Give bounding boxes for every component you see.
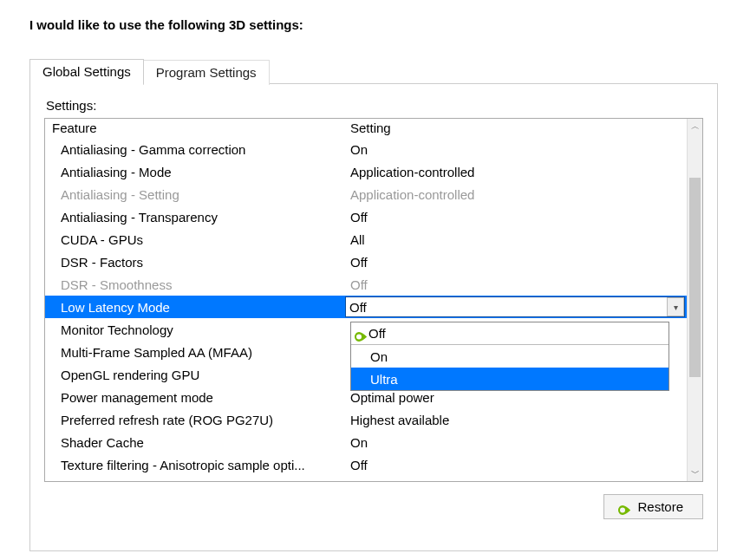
column-headers: Feature Setting [45, 119, 687, 138]
grid-body: Feature Setting Antialiasing - Gamma cor… [45, 119, 687, 481]
setting-row[interactable]: Antialiasing - Mode Application-controll… [45, 160, 687, 183]
feature-cell: CUDA - GPUs [61, 232, 350, 247]
settings-panel: Global Settings Program Settings Setting… [29, 58, 718, 551]
chevron-down-icon: ▾ [674, 303, 678, 312]
setting-row[interactable]: Texture filtering - Negative LOD bias Al… [45, 476, 687, 481]
setting-dropdown-open[interactable]: Off ▾ [345, 296, 685, 317]
dropdown-option-label: Ultra [370, 372, 398, 387]
feature-cell: Power management mode [61, 390, 350, 405]
dropdown-option-label: On [370, 349, 388, 364]
scroll-down-button[interactable]: ﹀ [688, 466, 702, 481]
setting-cell: Optimal power [350, 390, 687, 405]
settings-grid: Feature Setting Antialiasing - Gamma cor… [44, 118, 703, 482]
dropdown-list[interactable]: Off On Ultra [350, 322, 669, 391]
settings-label: Settings: [46, 98, 703, 113]
nvidia-icon [618, 503, 630, 512]
scrollbar-vertical[interactable]: ︿ ﹀ [687, 119, 702, 481]
page-heading: I would like to use the following 3D set… [0, 0, 737, 32]
restore-button[interactable]: Restore [603, 494, 703, 519]
nvidia-icon [355, 329, 367, 339]
setting-row: Antialiasing - Setting Application-contr… [45, 183, 687, 205]
setting-cell: Off [350, 458, 687, 472]
scroll-up-button[interactable]: ︿ [688, 119, 702, 134]
setting-row[interactable]: Texture filtering - Anisotropic sample o… [45, 453, 687, 476]
tab-program-settings[interactable]: Program Settings [143, 60, 270, 85]
setting-value: Off [346, 300, 667, 315]
setting-cell: Highest available [350, 413, 687, 427]
restore-area: Restore [44, 494, 703, 519]
grid-rows: Antialiasing - Gamma correction On Antia… [45, 138, 687, 481]
feature-cell: Multi-Frame Sampled AA (MFAA) [61, 345, 350, 360]
setting-row: DSR - Smoothness Off [45, 273, 687, 296]
feature-cell: Antialiasing - Transparency [61, 210, 350, 225]
feature-cell: Low Latency Mode [61, 300, 350, 315]
dropdown-option[interactable]: Off [351, 322, 669, 345]
setting-cell: Allow [350, 480, 687, 482]
setting-row[interactable]: Antialiasing - Gamma correction On [45, 138, 687, 160]
setting-row[interactable]: DSR - Factors Off [45, 251, 687, 273]
dropdown-option[interactable]: On [351, 345, 669, 368]
tab-content: Settings: Feature Setting Antialiasing -… [29, 83, 718, 551]
setting-cell: Application-controlled [350, 165, 687, 179]
setting-cell: Off [350, 255, 687, 270]
tab-global-settings[interactable]: Global Settings [29, 59, 144, 84]
setting-row[interactable]: Antialiasing - Transparency Off [45, 205, 687, 228]
feature-cell: DSR - Factors [61, 255, 350, 270]
feature-cell: OpenGL rendering GPU [61, 368, 350, 382]
chevron-down-icon: ﹀ [691, 467, 700, 479]
setting-cell: All [350, 232, 687, 247]
feature-cell: Monitor Technology [61, 322, 350, 337]
chevron-up-icon: ︿ [691, 120, 700, 133]
setting-row-selected[interactable]: Low Latency Mode Off ▾ [45, 296, 687, 318]
dropdown-option-label: Off [368, 326, 386, 341]
feature-cell: DSR - Smoothness [61, 277, 350, 292]
setting-cell: Off [350, 277, 687, 292]
feature-cell: Antialiasing - Mode [61, 165, 350, 179]
feature-cell: Shader Cache [61, 435, 350, 450]
setting-cell: Off [350, 210, 687, 225]
feature-cell: Antialiasing - Setting [61, 187, 350, 202]
tab-strip: Global Settings Program Settings [29, 58, 718, 83]
feature-cell: Texture filtering - Anisotropic sample o… [61, 458, 350, 472]
column-header-setting[interactable]: Setting [350, 120, 687, 135]
dropdown-button[interactable]: ▾ [667, 297, 684, 316]
setting-row[interactable]: CUDA - GPUs All [45, 228, 687, 251]
feature-cell: Antialiasing - Gamma correction [61, 142, 350, 157]
feature-cell: Preferred refresh rate (ROG PG27U) [61, 413, 350, 427]
setting-row[interactable]: Shader Cache On [45, 431, 687, 453]
setting-cell: On [350, 435, 687, 450]
feature-cell: Texture filtering - Negative LOD bias [61, 480, 350, 482]
scrollbar-thumb[interactable] [689, 178, 701, 377]
setting-cell: Application-controlled [350, 187, 687, 202]
scrollbar-track[interactable] [688, 134, 702, 466]
setting-row[interactable]: Preferred refresh rate (ROG PG27U) Highe… [45, 408, 687, 431]
dropdown-option[interactable]: Ultra [351, 368, 669, 390]
setting-cell: On [350, 142, 687, 157]
column-header-feature[interactable]: Feature [52, 120, 350, 135]
restore-button-label: Restore [637, 499, 683, 514]
